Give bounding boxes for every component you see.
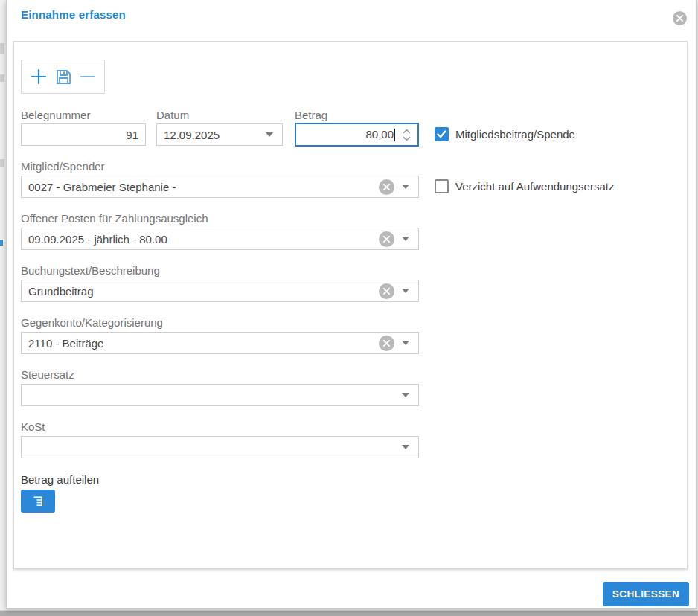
betrag-aufteilen-label: Betrag aufteilen — [21, 473, 99, 486]
background-page-bottom-bar — [0, 610, 698, 616]
offener-posten-combobox[interactable]: 09.09.2025 - jährlich - 80.00 — [21, 228, 419, 250]
offener-posten-label: Offener Posten für Zahlungsausgleich — [21, 212, 208, 225]
chevron-down-icon[interactable] — [402, 393, 409, 397]
kost-label: KoSt — [21, 420, 45, 433]
chevron-down-icon[interactable] — [402, 445, 409, 449]
chevron-down-icon[interactable] — [402, 237, 409, 241]
datum-value: 12.09.2025 — [164, 129, 266, 141]
buchungstext-value: Grundbeitrag — [28, 285, 379, 298]
remove-record-icon[interactable] — [78, 67, 97, 86]
betrag-spinner-field[interactable]: 80,00 — [295, 123, 419, 147]
gegenkonto-value: 2110 - Beiträge — [28, 337, 379, 350]
checkbox-label: Mitgliedsbeitrag/Spende — [455, 128, 575, 141]
chevron-down-icon[interactable] — [402, 341, 409, 345]
steuersatz-label: Steuersatz — [21, 368, 74, 381]
mitglied-combobox[interactable]: 0027 - Grabmeier Stephanie - — [21, 176, 419, 198]
background-artifact — [0, 43, 4, 54]
einnahme-erfassen-dialog: Einnahme erfassen Belegnummer Datum 12.0… — [6, 0, 697, 609]
betrag-value: 80,00 — [296, 128, 395, 142]
background-artifact — [0, 159, 4, 167]
checkbox-icon[interactable] — [435, 179, 449, 193]
chevron-up-icon — [403, 129, 411, 134]
close-icon[interactable] — [673, 11, 687, 25]
checkbox-label: Verzicht auf Aufwendungsersatz — [455, 180, 614, 193]
chevron-down-icon — [403, 136, 411, 141]
clear-icon[interactable] — [379, 179, 394, 195]
kost-dropdown[interactable] — [21, 436, 419, 458]
clear-icon[interactable] — [379, 336, 394, 351]
add-record-icon[interactable] — [29, 67, 48, 86]
save-icon[interactable] — [54, 67, 73, 86]
gegenkonto-combobox[interactable]: 2110 - Beiträge — [21, 332, 419, 354]
dialog-title: Einnahme erfassen — [21, 8, 126, 21]
checkbox-icon[interactable] — [435, 127, 449, 141]
buchungstext-label: Buchungstext/Beschreibung — [21, 264, 160, 277]
mitglied-label: Mitglied/Spender — [21, 160, 105, 173]
chevron-down-icon[interactable] — [402, 185, 409, 189]
datum-label: Datum — [156, 109, 189, 121]
mitglied-value: 0027 - Grabmeier Stephanie - — [28, 181, 379, 193]
datum-datepicker[interactable]: 12.09.2025 — [156, 123, 283, 146]
form-panel — [13, 41, 688, 569]
gegenkonto-label: Gegenkonto/Kategorisierung — [21, 316, 163, 329]
checkbox-mitgliedsbeitrag[interactable]: Mitgliedsbeitrag/Spende — [435, 127, 575, 141]
chevron-down-icon[interactable] — [402, 289, 409, 293]
schliessen-button[interactable]: SCHLIESSEN — [603, 582, 689, 606]
buchungstext-combobox[interactable]: Grundbeitrag — [21, 280, 419, 302]
clear-icon[interactable] — [379, 231, 394, 247]
belegnummer-input[interactable] — [21, 123, 146, 146]
checkbox-verzicht[interactable]: Verzicht auf Aufwendungsersatz — [435, 179, 614, 193]
clear-icon[interactable] — [379, 283, 394, 299]
background-artifact — [0, 240, 3, 246]
background-artifact — [0, 74, 4, 82]
amount-stepper[interactable] — [395, 129, 417, 141]
steuersatz-dropdown[interactable] — [21, 384, 419, 406]
split-amount-button[interactable] — [21, 490, 55, 513]
split-amount-icon — [32, 495, 45, 507]
chevron-down-icon[interactable] — [266, 132, 273, 137]
betrag-label: Betrag — [295, 109, 327, 121]
belegnummer-label: Belegnummer — [21, 109, 90, 121]
record-toolbar — [21, 60, 105, 94]
offener-posten-value: 09.09.2025 - jährlich - 80.00 — [28, 233, 379, 246]
